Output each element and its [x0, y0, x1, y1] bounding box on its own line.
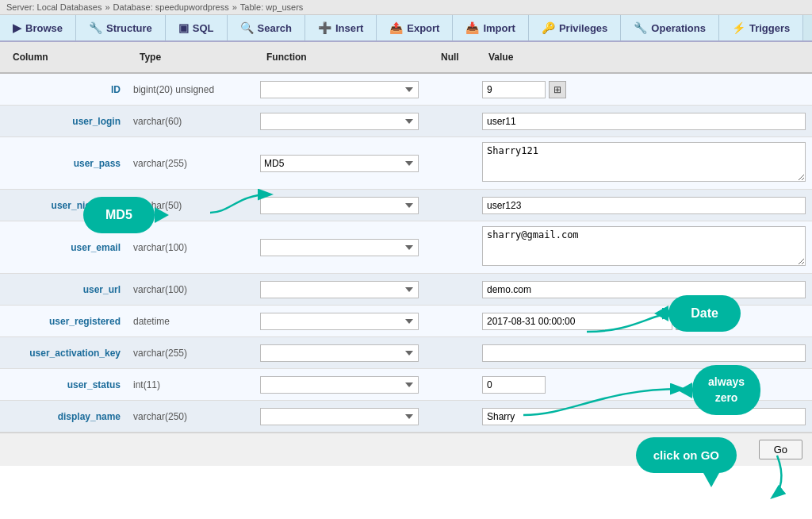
field-user-email-value: sharry@gmail.com	[476, 221, 812, 273]
tab-operations-label: Operations	[651, 22, 706, 34]
table-header: Column Type Function Null Value	[0, 42, 812, 74]
insert-icon: ➕	[318, 21, 331, 34]
field-user-url-null	[428, 285, 476, 294]
field-user-status-column: user_status	[0, 375, 127, 395]
field-user-pass-null	[428, 159, 476, 168]
tab-browse[interactable]: ▶ Browse	[0, 15, 76, 40]
field-display-name-null	[428, 412, 476, 421]
tab-operations[interactable]: 🔧 Operations	[621, 15, 719, 40]
import-icon: 📥	[465, 21, 479, 34]
field-user-email-textarea[interactable]: sharry@gmail.com	[482, 226, 806, 266]
table-row: display_name varchar(250)	[0, 401, 812, 432]
tab-structure[interactable]: 🔧 Structure	[76, 15, 166, 40]
tab-sql[interactable]: ▣ SQL	[166, 15, 228, 40]
table-row: user_status int(11)	[0, 369, 812, 401]
tab-search[interactable]: 🔍 Search	[228, 15, 305, 40]
go-button[interactable]: Go	[759, 440, 802, 459]
field-user-url-type: varchar(100)	[127, 279, 254, 300]
field-user-registered-function	[254, 308, 428, 335]
field-user-login-value	[476, 108, 812, 135]
field-user-url-column: user_url	[0, 279, 127, 300]
tab-triggers-label: Triggers	[749, 22, 790, 34]
field-user-activation-key-type: varchar(255)	[127, 343, 254, 363]
field-user-nicename-function-select[interactable]	[260, 197, 419, 214]
field-user-pass-function-select[interactable]: MD5	[260, 155, 419, 172]
id-increment-icon[interactable]: ⊞	[549, 81, 566, 98]
tab-privileges-label: Privileges	[559, 22, 607, 34]
field-user-nicename-column: user_nicename	[0, 195, 127, 216]
tab-privileges[interactable]: 🔑 Privileges	[529, 15, 621, 40]
export-icon: 📤	[389, 21, 403, 34]
nav-tabs: ▶ Browse 🔧 Structure ▣ SQL 🔍 Search ➕ In…	[0, 15, 812, 42]
field-user-activation-key-function-select[interactable]	[260, 344, 419, 362]
col-header-column: Column	[6, 47, 133, 67]
field-display-name-column: display_name	[0, 406, 127, 427]
tab-export[interactable]: 📤 Export	[377, 15, 453, 40]
page-container: Server: Local Databases » Database: spee…	[0, 0, 812, 519]
field-user-activation-key-null	[428, 348, 476, 358]
field-user-status-function-select[interactable]	[260, 376, 419, 394]
field-user-registered-null	[428, 317, 476, 326]
field-user-email-null	[428, 243, 476, 252]
field-user-nicename-input[interactable]	[482, 197, 806, 214]
field-id-column: ID	[0, 79, 127, 100]
field-user-activation-key-input[interactable]	[482, 344, 806, 362]
field-user-login-function	[254, 108, 428, 135]
field-id-type: bigint(20) unsigned	[127, 79, 254, 100]
field-user-url-function-select[interactable]	[260, 281, 419, 298]
field-display-name-input[interactable]	[482, 408, 806, 425]
field-id-null	[428, 85, 476, 94]
field-user-url-input[interactable]	[482, 281, 806, 298]
privileges-icon: 🔑	[542, 21, 555, 34]
field-display-name-function	[254, 403, 428, 430]
field-user-nicename-type: varchar(50)	[127, 195, 254, 216]
search-icon: 🔍	[240, 21, 254, 34]
field-id-input[interactable]	[482, 81, 546, 98]
table-body: ID bigint(20) unsigned ⊞ user_login varc…	[0, 74, 812, 432]
field-user-login-input[interactable]	[482, 113, 806, 130]
field-user-activation-key-value	[476, 340, 812, 367]
field-user-nicename-value	[476, 192, 812, 219]
field-user-email-function-select[interactable]	[260, 239, 419, 256]
field-display-name-type: varchar(250)	[127, 406, 254, 427]
table-row: user_url varchar(100)	[0, 274, 812, 306]
field-id-function	[254, 76, 428, 103]
field-user-status-null	[428, 380, 476, 390]
tab-insert-label: Insert	[335, 22, 363, 34]
field-id-function-select[interactable]	[260, 81, 419, 98]
field-id-value: ⊞	[476, 76, 812, 103]
field-user-email-column: user_email	[0, 237, 127, 258]
tab-export-label: Export	[407, 22, 439, 34]
table-row: user_registered datetime 📅	[0, 306, 812, 337]
col-header-type: Type	[133, 47, 260, 67]
field-user-pass-column: user_pass	[0, 153, 127, 174]
field-user-status-value	[476, 371, 812, 398]
field-user-pass-textarea[interactable]: Sharry121	[482, 142, 806, 182]
col-header-null: Null	[435, 47, 482, 67]
field-user-status-function	[254, 371, 428, 398]
field-user-email-type: varchar(100)	[127, 237, 254, 258]
tab-insert[interactable]: ➕ Insert	[305, 15, 377, 40]
structure-icon: 🔧	[89, 21, 102, 34]
calendar-picker-icon[interactable]: 📅	[676, 313, 693, 330]
field-user-registered-function-select[interactable]	[260, 313, 419, 330]
field-user-url-value	[476, 276, 812, 303]
browse-icon: ▶	[13, 21, 21, 34]
field-user-registered-input[interactable]	[482, 313, 672, 330]
field-user-status-input[interactable]	[482, 376, 546, 394]
field-display-name-function-select[interactable]	[260, 408, 419, 425]
field-user-login-function-select[interactable]	[260, 113, 419, 130]
field-user-email-function	[254, 234, 428, 261]
field-user-status-type: int(11)	[127, 375, 254, 395]
database-label: Database: speedupwordpress	[113, 2, 229, 12]
field-user-nicename-null	[428, 201, 476, 210]
col-header-function: Function	[260, 47, 435, 67]
field-user-pass-value: Sharry121	[476, 137, 812, 189]
field-user-activation-key-column: user_activation_key	[0, 343, 127, 363]
tab-import[interactable]: 📥 Import	[453, 15, 528, 40]
tab-triggers[interactable]: ⚡ Triggers	[719, 15, 803, 40]
tab-sql-label: SQL	[193, 22, 214, 34]
field-user-registered-value: 📅	[476, 308, 812, 335]
field-user-registered-column: user_registered	[0, 311, 127, 332]
table-row: ID bigint(20) unsigned ⊞	[0, 74, 812, 106]
